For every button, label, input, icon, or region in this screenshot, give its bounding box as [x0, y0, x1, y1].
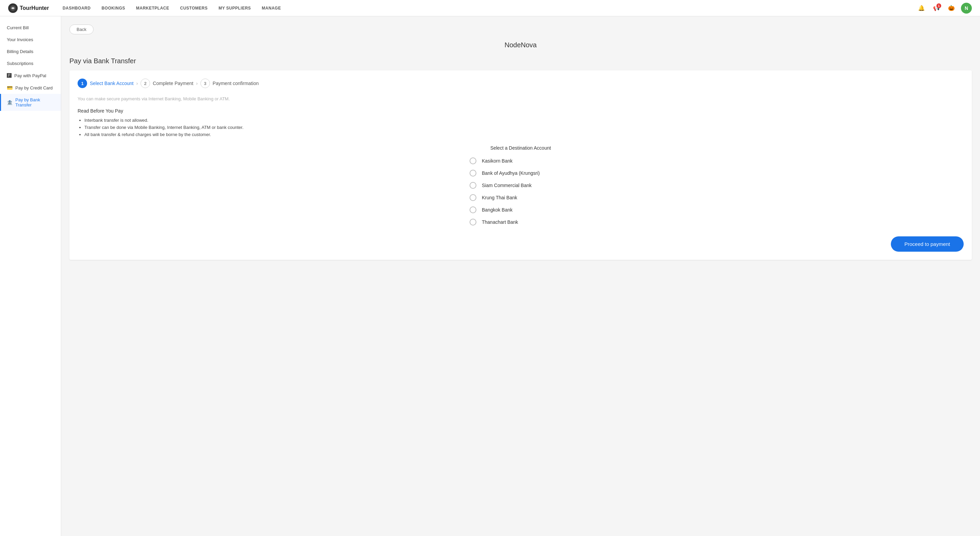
- sidebar-item-subscriptions[interactable]: Subscriptions: [0, 57, 61, 70]
- step-1: 1 Select Bank Account: [78, 79, 134, 88]
- sidebar: Current Bill Your Invoices Billing Detai…: [0, 16, 61, 536]
- proceed-row: Proceed to payment: [78, 236, 964, 252]
- subscriptions-label: Subscriptions: [7, 61, 33, 66]
- radio-ayudhya[interactable]: [469, 170, 476, 176]
- bank-name-thanachart: Thanachart Bank: [482, 219, 518, 225]
- bullet-list: Interbank transfer is not allowed. Trans…: [78, 118, 964, 137]
- sidebar-item-current-bill[interactable]: Current Bill: [0, 22, 61, 34]
- proceed-to-payment-button[interactable]: Proceed to payment: [891, 236, 964, 252]
- bank-option-scb: Siam Commercial Bank: [469, 182, 572, 189]
- billing-details-label: Billing Details: [7, 49, 33, 54]
- bank-option-kasikorn: Kasikorn Bank: [469, 157, 572, 164]
- step-3: 3 Payment confirmation: [200, 79, 259, 88]
- bank-name-bbl: Bangkok Bank: [482, 207, 512, 212]
- sidebar-item-pay-credit-card[interactable]: 💳 Pay by Credit Card: [0, 82, 61, 94]
- back-button[interactable]: Back: [69, 24, 94, 34]
- step-3-label: Payment confirmation: [213, 81, 259, 86]
- nav-marketplace[interactable]: MARKETPLACE: [136, 5, 169, 12]
- bank-option-bbl: Bangkok Bank: [469, 206, 572, 213]
- bullet-3: All bank transfer & refund charges will …: [84, 132, 964, 137]
- step-2-label: Complete Payment: [153, 81, 193, 86]
- pay-bank-transfer-label: Pay by Bank Transfer: [15, 97, 54, 108]
- current-bill-label: Current Bill: [7, 25, 29, 30]
- payment-card: 1 Select Bank Account › 2 Complete Payme…: [69, 70, 972, 260]
- your-invoices-label: Your Invoices: [7, 37, 33, 42]
- bank-option-ayudhya: Bank of Ayudhya (Krungsri): [469, 170, 572, 176]
- step-3-circle: 3: [200, 79, 210, 88]
- sidebar-item-your-invoices[interactable]: Your Invoices: [0, 34, 61, 46]
- logo-text: TourHunter: [20, 5, 49, 11]
- pay-credit-card-label: Pay by Credit Card: [15, 86, 53, 90]
- logo-icon: [8, 3, 18, 13]
- messages-button[interactable]: 📢 1: [931, 3, 942, 14]
- bank-option-ktb: Krung Thai Bank: [469, 194, 572, 201]
- nav-right: 🔔 📢 1 🎃 N: [916, 3, 972, 14]
- main-layout: Current Bill Your Invoices Billing Detai…: [0, 16, 980, 536]
- section-title: Pay via Bank Transfer: [69, 57, 972, 65]
- radio-thanachart[interactable]: [469, 219, 476, 225]
- nav-bookings[interactable]: BOOKINGS: [102, 5, 125, 12]
- bullet-2: Transfer can be done via Mobile Banking,…: [84, 125, 964, 130]
- nav-my-suppliers[interactable]: MY SUPPLIERS: [218, 5, 251, 12]
- sidebar-item-billing-details[interactable]: Billing Details: [0, 46, 61, 57]
- radio-kasikorn[interactable]: [469, 157, 476, 164]
- profile-icon-button[interactable]: 🎃: [946, 3, 957, 14]
- step-2: 2 Complete Payment: [140, 79, 193, 88]
- sidebar-item-pay-bank-transfer[interactable]: 🏦 Pay by Bank Transfer: [0, 94, 61, 111]
- nav-customers[interactable]: CUSTOMERS: [180, 5, 208, 12]
- bank-icon: 🏦: [7, 100, 13, 105]
- bank-name-ktb: Krung Thai Bank: [482, 195, 517, 200]
- step-arrow-2: ›: [196, 81, 198, 86]
- info-text: You can make secure payments via Interne…: [78, 96, 964, 101]
- page-title: NodeNova: [69, 41, 972, 49]
- pay-paypal-label: Pay with PayPal: [14, 73, 46, 78]
- destination-label: Select a Destination Account: [78, 145, 964, 151]
- bank-name-ayudhya: Bank of Ayudhya (Krungsri): [482, 170, 540, 176]
- nav-manage[interactable]: MANAGE: [262, 5, 281, 12]
- bank-options: Kasikorn Bank Bank of Ayudhya (Krungsri)…: [78, 157, 964, 225]
- bank-option-thanachart: Thanachart Bank: [469, 219, 572, 225]
- profile-icon: 🎃: [948, 5, 955, 11]
- notifications-button[interactable]: 🔔: [916, 3, 927, 14]
- user-avatar[interactable]: N: [961, 3, 972, 14]
- stepper: 1 Select Bank Account › 2 Complete Payme…: [78, 79, 964, 88]
- bank-name-scb: Siam Commercial Bank: [482, 182, 531, 188]
- paypal-icon: 🅿: [7, 73, 11, 78]
- radio-scb[interactable]: [469, 182, 476, 189]
- bank-name-kasikorn: Kasikorn Bank: [482, 158, 512, 163]
- credit-card-icon: 💳: [7, 85, 13, 90]
- radio-bbl[interactable]: [469, 206, 476, 213]
- bullet-1: Interbank transfer is not allowed.: [84, 118, 964, 123]
- step-2-circle: 2: [140, 79, 150, 88]
- sidebar-item-pay-paypal[interactable]: 🅿 Pay with PayPal: [0, 70, 61, 82]
- message-badge: 1: [937, 3, 941, 8]
- main-content: Back NodeNova Pay via Bank Transfer 1 Se…: [61, 16, 980, 536]
- step-arrow-1: ›: [136, 81, 138, 86]
- top-navigation: TourHunter DASHBOARD BOOKINGS MARKETPLAC…: [0, 0, 980, 16]
- nav-dashboard[interactable]: DASHBOARD: [63, 5, 91, 12]
- radio-ktb[interactable]: [469, 194, 476, 201]
- bell-icon: 🔔: [918, 5, 925, 11]
- read-before-title: Read Before You Pay: [78, 108, 964, 114]
- nav-items: DASHBOARD BOOKINGS MARKETPLACE CUSTOMERS…: [63, 5, 916, 12]
- step-1-circle: 1: [78, 79, 87, 88]
- logo[interactable]: TourHunter: [8, 3, 49, 13]
- step-1-label: Select Bank Account: [90, 81, 134, 86]
